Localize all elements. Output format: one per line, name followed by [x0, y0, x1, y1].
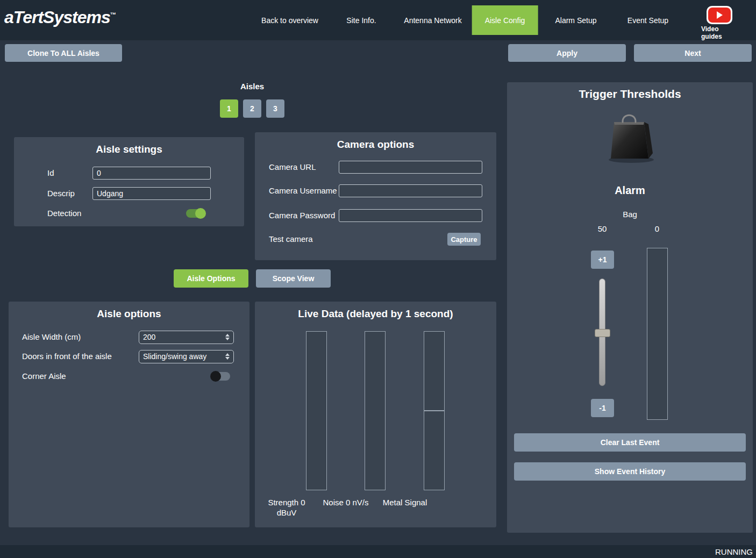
live-data-panel: Live Data (delayed by 1 second) Strength… — [255, 302, 496, 527]
aisle-tabs: 1 2 3 — [220, 99, 284, 118]
nav-event-setup[interactable]: Event Setup — [627, 0, 668, 40]
aisle-width-label: Aisle Width (cm) — [22, 332, 139, 342]
signal-level-bar — [647, 248, 668, 420]
increment-button[interactable]: +1 — [591, 251, 614, 269]
clone-to-all-aisles-button[interactable]: Clone To ALL Aisles — [5, 44, 122, 62]
camera-username-label: Camera Username — [269, 186, 339, 196]
nav-aisle-config[interactable]: Aisle Config — [472, 5, 538, 35]
test-camera-label: Test camera — [269, 234, 313, 244]
metal-signal-bar-divider — [424, 410, 444, 411]
aisle-settings-title: Aisle settings — [14, 144, 244, 155]
aisle-settings-panel: Aisle settings Id Descrip Detection — [14, 137, 244, 226]
doors-label: Doors in front of the aisle — [22, 352, 139, 361]
detection-label: Detection — [47, 209, 81, 218]
brand-logo: aTertSystems™ — [4, 8, 116, 27]
trigger-thresholds-title: Trigger Thresholds — [507, 88, 753, 101]
descrip-input[interactable] — [92, 187, 211, 200]
select-arrows-icon — [225, 353, 230, 360]
test-camera-row: Test camera Capture — [269, 232, 481, 246]
aisle-tab-3[interactable]: 3 — [266, 99, 284, 118]
camera-username-row: Camera Username — [269, 181, 482, 201]
corner-aisle-toggle-knob — [210, 371, 221, 382]
aisle-width-select[interactable]: 200 — [139, 331, 234, 344]
apply-button[interactable]: Apply — [508, 44, 626, 62]
header: aTertSystems™ Back to overview Site Info… — [0, 0, 756, 40]
doors-select[interactable]: Sliding/swing away — [139, 350, 234, 363]
aisle-tab-1[interactable]: 1 — [220, 99, 238, 118]
aisle-tab-2[interactable]: 2 — [243, 99, 261, 118]
camera-url-input[interactable] — [339, 161, 482, 174]
aisle-options-title: Aisle options — [9, 308, 249, 320]
threshold-slider-handle[interactable] — [595, 329, 610, 337]
play-icon — [717, 11, 723, 19]
camera-url-row: Camera URL — [269, 160, 482, 174]
camera-url-label: Camera URL — [269, 162, 339, 172]
metal-signal-bar-label: Metal Signal — [383, 497, 427, 507]
noise-bar-label: Noise 0 nV/s — [323, 497, 368, 507]
id-row: Id — [47, 166, 211, 180]
brand-logo-text: aTertSystems — [4, 8, 110, 27]
youtube-icon[interactable] — [707, 6, 732, 24]
doors-row: Doors in front of the aisle Sliding/swin… — [22, 349, 234, 363]
trigger-thresholds-panel: Trigger Thresholds Alarm Bag 50 0 +1 -1 … — [507, 82, 753, 533]
corner-aisle-row: Corner Aisle — [22, 369, 234, 383]
nav-alarm-setup[interactable]: Alarm Setup — [555, 0, 596, 40]
select-arrows-icon — [225, 334, 230, 340]
alarm-label: Alarm — [507, 184, 753, 197]
descrip-label: Descrip — [47, 189, 92, 198]
detection-toggle-knob — [195, 208, 206, 219]
camera-password-input[interactable] — [339, 209, 482, 222]
show-event-history-button[interactable]: Show Event History — [514, 462, 746, 481]
detection-toggle[interactable] — [186, 209, 205, 218]
shopping-bag-icon — [604, 110, 656, 164]
doors-value: Sliding/swing away — [143, 352, 206, 361]
capture-button[interactable]: Capture — [447, 233, 481, 246]
next-button[interactable]: Next — [634, 44, 752, 62]
nav-back-to-overview[interactable]: Back to overview — [261, 0, 318, 40]
level-value: 0 — [655, 224, 659, 233]
live-data-title: Live Data (delayed by 1 second) — [255, 308, 496, 320]
decrement-button[interactable]: -1 — [591, 399, 614, 417]
strength-bar-label: Strength 0 dBuV — [268, 497, 305, 518]
clear-last-event-button[interactable]: Clear Last Event — [514, 433, 746, 452]
id-input[interactable] — [92, 167, 211, 180]
aisles-title: Aisles — [240, 82, 264, 91]
aisle-width-value: 200 — [143, 333, 155, 341]
nav-antenna-network[interactable]: Antenna Network — [404, 0, 461, 40]
aisle-options-view-button[interactable]: Aisle Options — [174, 269, 248, 288]
detection-row: Detection — [47, 206, 211, 220]
metal-signal-bar — [424, 331, 445, 490]
camera-password-row: Camera Password — [269, 205, 482, 226]
camera-options-title: Camera options — [255, 139, 496, 151]
bag-label: Bag — [507, 210, 753, 219]
aisle-options-panel: Aisle options Aisle Width (cm) 200 Doors… — [9, 302, 249, 527]
video-guides-label: Video guides — [701, 25, 738, 40]
corner-aisle-toggle[interactable] — [211, 372, 230, 381]
camera-password-label: Camera Password — [269, 211, 339, 220]
status-bar: RUNNING — [0, 545, 756, 558]
strength-bar — [306, 331, 327, 490]
scope-view-button[interactable]: Scope View — [256, 269, 331, 288]
trademark-symbol: ™ — [110, 11, 116, 18]
video-guides-link[interactable]: Video guides — [701, 6, 738, 40]
running-status: RUNNING — [715, 547, 753, 556]
descrip-row: Descrip — [47, 187, 211, 201]
aisle-width-row: Aisle Width (cm) 200 — [22, 330, 234, 344]
camera-username-input[interactable] — [339, 184, 482, 197]
noise-bar — [365, 331, 386, 490]
corner-aisle-label: Corner Aisle — [22, 371, 66, 381]
threshold-value: 50 — [598, 224, 607, 233]
camera-options-panel: Camera options Camera URL Camera Usernam… — [255, 132, 496, 260]
youtube-icon-inner — [708, 8, 731, 23]
id-label: Id — [47, 168, 92, 178]
nav-site-info[interactable]: Site Info. — [346, 0, 376, 40]
